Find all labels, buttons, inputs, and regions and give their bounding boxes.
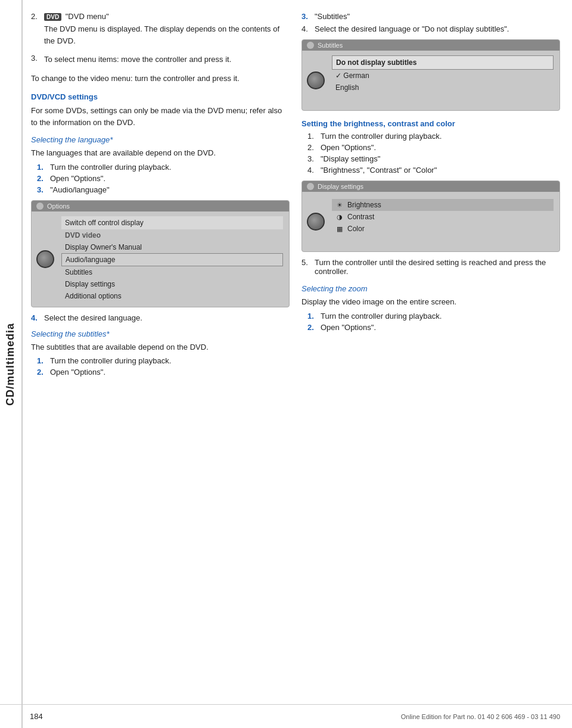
options-screen-title: Options xyxy=(47,203,70,210)
menu-item-english: English xyxy=(332,82,554,94)
brightness-step-3: "Display settings" xyxy=(321,154,380,163)
lang-step-4-block: 4. Select the desired language. xyxy=(31,313,290,322)
display-item-brightness: ☀ Brightness xyxy=(332,199,554,211)
selecting-subtitles-desc: The subtitles that are available depend … xyxy=(31,341,290,353)
subtitles-screen-title: Subtitles xyxy=(318,42,343,49)
brightness-step-5: Turn the controller until the desired se… xyxy=(315,258,560,276)
step-2-desc: The DVD menu is displayed. The display d… xyxy=(44,23,290,46)
subtitles-screen: Subtitles Do not display subtitles ✓ Ger… xyxy=(301,39,560,111)
step-3b-label: To change to the video menu: turn the co… xyxy=(31,73,290,85)
menu-item-switch-off: Switch off control display xyxy=(61,216,283,229)
dvd-vcd-desc: For some DVDs, settings can only be made… xyxy=(31,105,290,128)
selecting-zoom-desc: Display the video image on the entire sc… xyxy=(301,296,560,308)
menu-item-additional-options: Additional options xyxy=(61,290,283,302)
sidebar-tab: CD/multimedia xyxy=(0,0,23,728)
brightness-heading: Setting the brightness, contrast and col… xyxy=(301,119,560,128)
display-item-color: ▦ Color xyxy=(332,223,554,235)
menu-item-audio-language: Audio/language xyxy=(61,253,283,266)
sub-step-4: Select the desired language or "Do not d… xyxy=(315,24,509,33)
sidebar-label: CD/multimedia xyxy=(5,322,17,405)
controller-knob-display xyxy=(307,213,325,231)
menu-item-dvd-video: DVD video xyxy=(61,229,283,241)
menu-item-no-subtitles: Do not display subtitles xyxy=(332,55,554,70)
zoom-steps: 1. Turn the controller during playback. … xyxy=(307,312,560,332)
step-3-num: 3. xyxy=(31,54,42,63)
sub-step-3-block: 3. "Subtitles" xyxy=(301,12,560,21)
lang-step-4: Select the desired language. xyxy=(44,313,142,322)
brightness-steps: 1. Turn the controller during playback. … xyxy=(307,132,560,175)
footer: 184 Online Edition for Part no. 01 40 2 … xyxy=(0,704,572,728)
options-screen: Options Switch off control display DVD v… xyxy=(31,200,290,307)
controller-knob xyxy=(36,250,54,268)
menu-item-subtitles: Subtitles xyxy=(61,266,283,278)
menu-item-display-settings: Display settings xyxy=(61,278,283,290)
color-icon: ▦ xyxy=(335,225,344,233)
zoom-step-2: Open "Options". xyxy=(321,323,376,332)
display-settings-screen: Display settings ☀ Brightness ◑ Contrast… xyxy=(301,181,560,252)
dvd-vcd-heading: DVD/VCD settings xyxy=(31,92,290,101)
selecting-language-desc: The languages that are available depend … xyxy=(31,147,290,159)
page-number: 184 xyxy=(30,712,43,721)
display-item-contrast: ◑ Contrast xyxy=(332,211,554,223)
brightness-step-2: Open "Options". xyxy=(321,143,376,152)
color-label: Color xyxy=(347,225,365,233)
brightness-label: Brightness xyxy=(347,201,381,209)
lang-step-1: Turn the controller during playback. xyxy=(50,163,171,172)
step-2-label: "DVD menu" xyxy=(66,12,109,21)
brightness-step-1: Turn the controller during playback. xyxy=(321,132,442,141)
footer-note: Online Edition for Part no. 01 40 2 606 … xyxy=(401,713,560,720)
right-column: 3. "Subtitles" 4. Select the desired lan… xyxy=(301,12,560,379)
brightness-step-5-block: 5. Turn the controller until the desired… xyxy=(301,258,560,276)
menu-item-german: ✓ German xyxy=(332,70,554,82)
brightness-icon: ☀ xyxy=(335,201,344,209)
dvd-icon: DVD xyxy=(44,13,61,21)
language-steps: 1. Turn the controller during playback. … xyxy=(37,163,290,194)
contrast-icon: ◑ xyxy=(335,213,344,221)
sub-step-4-block: 4. Select the desired language or "Do no… xyxy=(301,24,560,33)
subtitle-steps: 1. Turn the controller during playback. … xyxy=(37,356,290,377)
step-3-label: To select menu items: move the controlle… xyxy=(44,54,231,66)
sub-step-3: "Subtitles" xyxy=(315,12,350,21)
zoom-step-1: Turn the controller during playback. xyxy=(321,312,442,321)
left-column: 2. DVD "DVD menu" The DVD menu is displa… xyxy=(31,12,290,379)
gear-icon xyxy=(36,203,43,210)
gear-icon-display xyxy=(307,183,314,190)
brightness-step-4: "Brightness", "Contrast" or "Color" xyxy=(321,166,437,175)
lang-step-2: Open "Options". xyxy=(50,174,105,183)
selecting-language-heading: Selecting the language* xyxy=(31,135,290,144)
step-2-num: 2. xyxy=(31,12,42,21)
step-2-block: 2. DVD "DVD menu" The DVD menu is displa… xyxy=(31,12,290,50)
step-3-block: 3. To select menu items: move the contro… xyxy=(31,54,290,69)
sub-step-2: Open "Options". xyxy=(50,368,105,377)
selecting-zoom-heading: Selecting the zoom xyxy=(301,284,560,293)
lang-step-3: "Audio/language" xyxy=(50,185,110,194)
selecting-subtitles-heading: Selecting the subtitles* xyxy=(31,329,290,338)
controller-knob-subtitles xyxy=(307,71,325,89)
sub-step-1: Turn the controller during playback. xyxy=(50,356,171,365)
menu-item-owners-manual: Display Owner's Manual xyxy=(61,241,283,253)
display-settings-title: Display settings xyxy=(318,183,363,190)
gear-icon-subtitles xyxy=(307,42,314,49)
contrast-label: Contrast xyxy=(347,213,374,221)
